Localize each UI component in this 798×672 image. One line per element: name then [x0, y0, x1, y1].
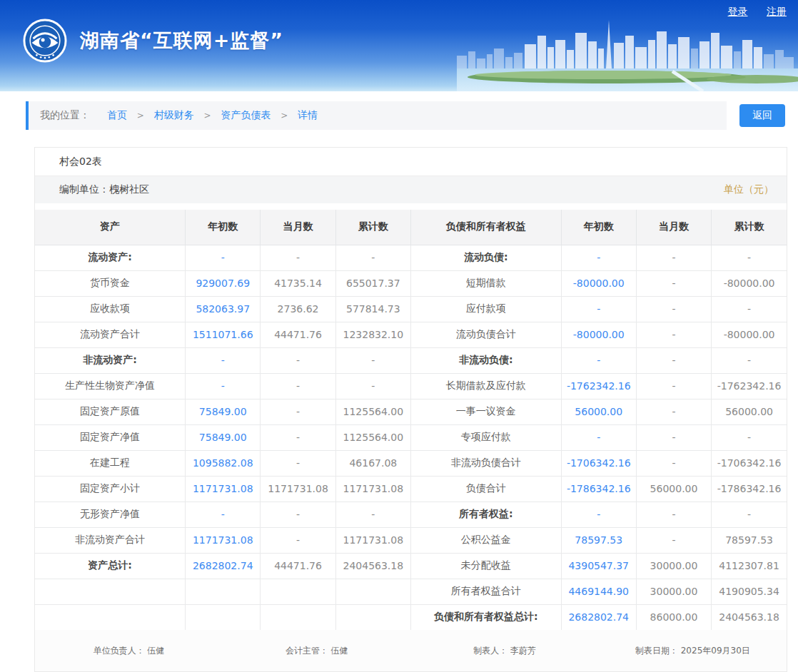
cell-value: 4112307.81: [712, 553, 787, 579]
cell-value[interactable]: 78597.53: [561, 527, 636, 553]
cell-value: 30000.00: [636, 579, 711, 604]
cell-value: -1706342.16: [712, 450, 787, 476]
row-label: 固定资产净值: [35, 424, 186, 450]
cell-value[interactable]: 1171731.08: [186, 476, 261, 502]
cell-value: -1762342.16: [712, 373, 787, 399]
row-label: 非流动资产:: [35, 347, 186, 373]
row-label: 资产总计:: [35, 553, 186, 579]
back-button[interactable]: 返回: [739, 104, 785, 127]
cell-value: -: [712, 296, 787, 322]
cell-value: 1125564.00: [335, 399, 410, 424]
cell-value: -: [636, 373, 711, 399]
row-label: 未分配收益: [410, 553, 561, 579]
cell-value: 2404563.18: [335, 553, 410, 579]
register-link[interactable]: 注册: [767, 6, 787, 17]
cell-value: -: [712, 245, 787, 270]
cell-value[interactable]: -: [186, 245, 261, 270]
cell-value: 2736.62: [261, 296, 335, 322]
breadcrumb-separator: >: [278, 111, 291, 121]
cell-value[interactable]: 75849.00: [186, 399, 261, 424]
row-label: 所有者权益:: [410, 502, 561, 527]
column-header: 资产: [35, 210, 186, 245]
cell-value[interactable]: -: [561, 424, 636, 450]
cell-value: 2404563.18: [712, 604, 787, 630]
cell-value: [186, 579, 261, 604]
cell-value: -: [636, 399, 711, 424]
row-label: 非流动负债合计: [410, 450, 561, 476]
balance-sheet-table: 资产年初数当月数累计数负债和所有者权益年初数当月数累计数 流动资产:---流动负…: [35, 210, 787, 630]
cell-value: -: [335, 245, 410, 270]
cell-value[interactable]: -: [561, 502, 636, 527]
table-row: 固定资产小计1171731.081171731.081171731.08负债合计…: [35, 476, 787, 502]
site-title: 湖南省“互联网+监督”: [80, 28, 283, 54]
cell-value: -: [636, 424, 711, 450]
cell-value: -: [261, 502, 335, 527]
table-row: 在建工程1095882.08-46167.08非流动负债合计-1706342.1…: [35, 450, 787, 476]
breadcrumb-link[interactable]: 详情: [298, 109, 318, 121]
breadcrumb-link[interactable]: 村级财务: [154, 109, 194, 121]
cell-value: [335, 604, 410, 630]
row-label: 流动负债:: [410, 245, 561, 270]
table-row: 非流动资产合计1171731.08-1171731.08公积公益金78597.5…: [35, 527, 787, 553]
cell-value[interactable]: -: [186, 347, 261, 373]
cell-value[interactable]: 582063.97: [186, 296, 261, 322]
column-header: 当月数: [636, 210, 711, 245]
cell-value: -80000.00: [712, 270, 787, 296]
cell-value: 41735.14: [261, 270, 335, 296]
breadcrumb-link[interactable]: 资产负债表: [221, 109, 271, 121]
column-header: 年初数: [561, 210, 636, 245]
cell-value[interactable]: -: [186, 502, 261, 527]
row-label: 长期借款及应付款: [410, 373, 561, 399]
cell-value[interactable]: -: [186, 373, 261, 399]
cell-value: -: [636, 270, 711, 296]
row-label: 流动资产:: [35, 245, 186, 270]
table-row: 流动资产:---流动负债:---: [35, 245, 787, 270]
row-label: 流动负债合计: [410, 322, 561, 347]
signature-item: 制表人： 李蔚芳: [411, 645, 599, 657]
table-row: 生产性生物资产净值---长期借款及应付款-1762342.16--1762342…: [35, 373, 787, 399]
cell-value: -: [261, 424, 335, 450]
cell-value: -: [636, 502, 711, 527]
cell-value: -: [636, 450, 711, 476]
cell-value[interactable]: 56000.00: [561, 399, 636, 424]
cell-value[interactable]: 1171731.08: [186, 527, 261, 553]
cell-value[interactable]: -1706342.16: [561, 450, 636, 476]
cell-value: -: [712, 424, 787, 450]
cell-value[interactable]: -: [561, 245, 636, 270]
cell-value: [335, 579, 410, 604]
table-row: 所有者权益合计4469144.9030000.004190905.34: [35, 579, 787, 604]
cell-value[interactable]: -1786342.16: [561, 476, 636, 502]
cell-value[interactable]: -: [561, 296, 636, 322]
row-label: 在建工程: [35, 450, 186, 476]
breadcrumb-link[interactable]: 首页: [107, 109, 127, 121]
cell-value[interactable]: 4469144.90: [561, 579, 636, 604]
cell-value: [261, 579, 335, 604]
row-label: 固定资产原值: [35, 399, 186, 424]
cell-value[interactable]: -80000.00: [561, 270, 636, 296]
row-label: 无形资产净值: [35, 502, 186, 527]
cell-value: [186, 604, 261, 630]
login-link[interactable]: 登录: [728, 6, 748, 17]
column-header: 年初数: [186, 210, 261, 245]
row-label: 非流动负债:: [410, 347, 561, 373]
cell-value[interactable]: 929007.69: [186, 270, 261, 296]
row-label: [35, 604, 186, 630]
cell-value[interactable]: 4390547.37: [561, 553, 636, 579]
cell-value[interactable]: 2682802.74: [561, 604, 636, 630]
cell-value[interactable]: 2682802.74: [186, 553, 261, 579]
cell-value[interactable]: -: [561, 347, 636, 373]
cell-value[interactable]: 75849.00: [186, 424, 261, 450]
cell-value[interactable]: 1511071.66: [186, 322, 261, 347]
cell-value: 1125564.00: [335, 424, 410, 450]
table-row: 流动资产合计1511071.6644471.761232832.10流动负债合计…: [35, 322, 787, 347]
cell-value[interactable]: 1095882.08: [186, 450, 261, 476]
cell-value: 46167.08: [335, 450, 410, 476]
table-row: 非流动资产:---非流动负债:---: [35, 347, 787, 373]
cell-value[interactable]: -80000.00: [561, 322, 636, 347]
cell-value[interactable]: -1762342.16: [561, 373, 636, 399]
table-row: 固定资产净值75849.00-1125564.00专项应付款---: [35, 424, 787, 450]
cell-value: -: [335, 502, 410, 527]
cell-value: -: [335, 347, 410, 373]
cell-value: -: [261, 450, 335, 476]
cell-value: 56000.00: [636, 476, 711, 502]
